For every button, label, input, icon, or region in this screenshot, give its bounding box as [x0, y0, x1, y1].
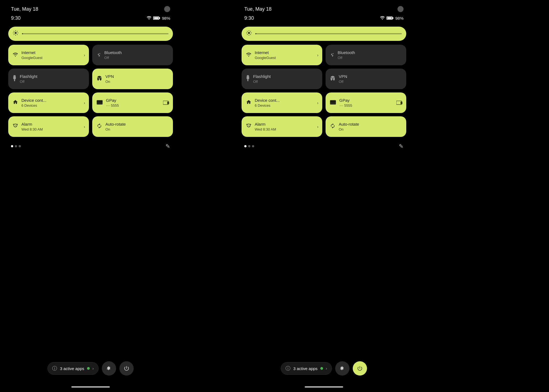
page-dot-0[interactable]: [11, 145, 13, 147]
status-row: 9:30 98%: [8, 14, 173, 26]
page-dot-2[interactable]: [252, 145, 254, 147]
active-apps-label: 3 active apps: [293, 366, 317, 371]
alarm-icon: [246, 123, 251, 130]
page-dot-1[interactable]: [248, 145, 250, 147]
tile-device[interactable]: Device cont... 6 Devices ›: [242, 92, 322, 113]
svg-rect-1: [13, 75, 15, 76]
tile-bluetooth-label: Bluetooth: [338, 50, 355, 55]
tile-vpn-label: VPN: [105, 74, 114, 79]
rotate-icon: [330, 123, 335, 130]
tile-flashlight-label: Flashlight: [253, 74, 271, 79]
tile-internet-label: Internet: [21, 50, 43, 55]
tile-alarm-label: Alarm: [21, 122, 43, 127]
tile-autorotate-sublabel: On: [105, 127, 126, 131]
tile-bluetooth-label: Bluetooth: [104, 50, 122, 55]
vpn-icon: [97, 75, 102, 82]
tile-alarm[interactable]: Alarm Wed 8:30 AM ›: [242, 116, 322, 137]
svg-rect-9: [247, 75, 249, 76]
phone-panel-right: Tue, May 18 9:30 98%: [233, 0, 414, 392]
svg-rect-2: [13, 76, 16, 79]
card-icon: [97, 100, 103, 106]
tile-alarm-chevron: ›: [317, 125, 318, 129]
page-dots: [11, 145, 21, 147]
bluetooth-icon: [330, 52, 334, 58]
power-button[interactable]: [119, 361, 134, 376]
flashlight-icon: [246, 75, 250, 83]
tile-internet-text: Internet GoogleGuest: [21, 50, 43, 60]
vpn-icon: [330, 75, 335, 82]
wifi-icon: [246, 52, 251, 58]
tile-device-chevron: ›: [317, 101, 318, 105]
active-apps-pill[interactable]: ⓘ 3 active apps ›: [47, 362, 98, 375]
edit-icon[interactable]: ✎: [399, 143, 404, 150]
svg-rect-3: [14, 79, 15, 81]
tile-vpn-sublabel: Off: [339, 80, 347, 84]
tile-vpn[interactable]: VPN On: [92, 69, 173, 89]
tile-internet-sublabel: GoogleGuest: [255, 56, 276, 60]
tile-autorotate[interactable]: Auto-rotate On: [326, 116, 406, 137]
tile-internet-label: Internet: [255, 50, 276, 55]
tile-flashlight-sublabel: Off: [20, 80, 37, 84]
tile-internet[interactable]: Internet GoogleGuest ›: [8, 45, 89, 65]
wifi-status-icon: [147, 16, 152, 21]
tile-gpay-text: GPay ···· 5555: [106, 98, 119, 108]
page-dot-0[interactable]: [244, 145, 247, 147]
tile-bluetooth[interactable]: Bluetooth Off: [326, 45, 406, 65]
tile-alarm[interactable]: Alarm Wed 8:30 AM ›: [8, 116, 89, 137]
tile-flashlight[interactable]: Flashlight Off: [242, 69, 322, 89]
tile-vpn-sublabel: On: [105, 80, 114, 84]
settings-button[interactable]: [335, 361, 349, 376]
svg-rect-5: [97, 101, 102, 102]
tile-bluetooth[interactable]: Bluetooth Off: [92, 45, 173, 65]
tile-autorotate-text: Auto-rotate On: [339, 122, 359, 131]
brightness-track[interactable]: [22, 33, 169, 34]
tile-autorotate-sublabel: On: [339, 127, 359, 131]
tile-device-text: Device cont... 6 Devices: [21, 98, 46, 108]
tile-autorotate[interactable]: Auto-rotate On: [92, 116, 173, 137]
brightness-bar[interactable]: [242, 27, 406, 41]
brightness-thumb: [255, 33, 256, 34]
home-bar: [71, 386, 110, 388]
tile-device-sublabel: 6 Devices: [255, 103, 280, 108]
bottom-bar-area: ⓘ 3 active apps ›: [8, 361, 173, 376]
battery-status-icon: [386, 16, 393, 21]
tile-device-text: Device cont... 6 Devices: [255, 98, 280, 108]
tile-gpay[interactable]: GPay ···· 5555: [326, 92, 406, 113]
tile-vpn[interactable]: VPN Off: [326, 69, 406, 89]
brightness-row[interactable]: [242, 27, 406, 41]
bluetooth-icon: [97, 52, 101, 58]
tile-flashlight-text: Flashlight Off: [253, 74, 271, 84]
settings-button[interactable]: [102, 361, 116, 376]
alarm-icon: [13, 123, 18, 130]
tile-alarm-chevron: ›: [84, 125, 85, 129]
svg-rect-11: [247, 79, 248, 81]
power-button[interactable]: [353, 361, 367, 376]
tile-alarm-sublabel: Wed 8:30 AM: [21, 127, 43, 131]
tile-vpn-text: VPN On: [105, 74, 114, 84]
wifi-icon: [13, 52, 18, 58]
brightness-icon: [246, 30, 252, 38]
svg-rect-10: [247, 76, 249, 79]
tile-gpay-text: GPay ···· 5555: [339, 98, 352, 108]
page-dot-2[interactable]: [19, 145, 21, 147]
battery-percent: 98%: [395, 16, 404, 21]
pill-chevron-icon: ›: [326, 366, 327, 371]
brightness-bar[interactable]: [8, 27, 173, 41]
brightness-row[interactable]: [8, 27, 173, 41]
tile-vpn-label: VPN: [339, 74, 347, 79]
tile-autorotate-text: Auto-rotate On: [105, 122, 126, 131]
tile-gpay[interactable]: GPay ···· 5555: [92, 92, 173, 113]
flashlight-icon: [13, 75, 16, 83]
tile-vpn-text: VPN Off: [339, 74, 347, 84]
tile-device-chevron: ›: [84, 101, 85, 105]
tile-gpay-card: [163, 101, 169, 105]
active-apps-label: 3 active apps: [60, 366, 84, 371]
tile-internet[interactable]: Internet GoogleGuest ›: [242, 45, 322, 65]
brightness-track[interactable]: [255, 33, 402, 34]
page-dot-1[interactable]: [15, 145, 17, 147]
tile-autorotate-label: Auto-rotate: [105, 122, 126, 127]
edit-icon[interactable]: ✎: [166, 143, 170, 150]
active-apps-pill[interactable]: ⓘ 3 active apps ›: [281, 362, 332, 375]
tile-flashlight[interactable]: Flashlight Off: [8, 69, 89, 89]
tile-device[interactable]: Device cont... 6 Devices ›: [8, 92, 89, 113]
